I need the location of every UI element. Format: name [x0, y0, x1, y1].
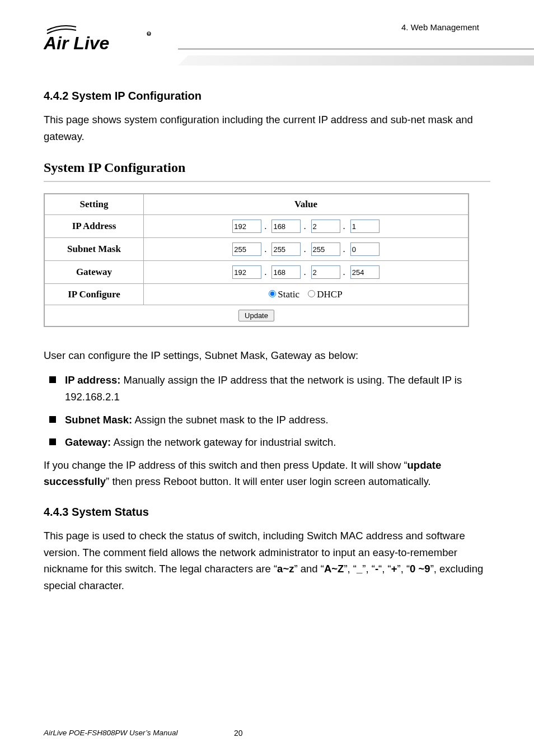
svg-text:R: R [147, 32, 151, 37]
gateway-octet-1[interactable] [232, 265, 261, 279]
row-label-gateway: Gateway [44, 261, 144, 284]
ip-config-table: Setting Value IP Address . . . Subnet Ma… [44, 193, 469, 327]
note-pre: If you change the IP address of this swi… [44, 459, 407, 471]
status-m2: ”, “ [344, 563, 357, 575]
header-breadcrumb: 4. Web Management [401, 22, 479, 32]
ip-octet-4[interactable] [350, 220, 380, 233]
radio-dhcp[interactable] [308, 290, 315, 297]
ip-configure-cell: Static DHCP [144, 284, 469, 305]
section-heading-ip-config: 4.4.2 System IP Configuration [44, 90, 490, 102]
bullet-ip-bold: IP address: [65, 374, 120, 386]
subnet-octet-4[interactable] [350, 242, 380, 256]
bullet-ip: IP address: Manually assign the IP addre… [49, 372, 490, 406]
subnet-octet-2[interactable] [271, 242, 301, 256]
bullet-subnet: Subnet Mask: Assign the subnet mask to t… [49, 412, 490, 429]
row-label-subnet: Subnet Mask [44, 238, 144, 261]
subnet-octet-3[interactable] [311, 242, 340, 256]
status-m1: ” and “ [294, 563, 324, 575]
ip-octet-3[interactable] [311, 220, 340, 233]
section-heading-status: 4.4.3 System Status [44, 506, 490, 519]
footer-page-number: 20 [234, 729, 243, 738]
bullet-gateway-bold: Gateway: [65, 436, 111, 448]
ip-octet-2[interactable] [271, 220, 301, 233]
subnet-mask-cell: . . . [144, 238, 469, 261]
gateway-cell: . . . [144, 261, 469, 284]
config-lead: User can configure the IP settings, Subn… [44, 347, 490, 364]
section-intro: This page shows system configuration inc… [44, 111, 490, 144]
figure-divider [44, 181, 490, 182]
status-b1: a~z [277, 563, 294, 575]
status-b6: 0 ~9 [410, 563, 430, 575]
radio-static-label: Static [278, 289, 299, 300]
gateway-octet-3[interactable] [311, 265, 340, 279]
col-header-value: Value [144, 194, 469, 215]
bullet-subnet-bold: Subnet Mask: [65, 414, 132, 426]
gateway-octet-2[interactable] [271, 265, 301, 279]
radio-static[interactable] [269, 290, 276, 297]
bullet-gateway: Gateway: Assign the network gateway for … [49, 434, 490, 451]
footer-manual-title: AirLive POE-FSH808PW User’s Manual [44, 729, 178, 737]
ip-octet-1[interactable] [232, 220, 261, 233]
bullet-subnet-text: Assign the subnet mask to the IP address… [132, 414, 328, 426]
svg-text:Air Live: Air Live [44, 33, 109, 53]
status-b5: + [391, 563, 397, 575]
status-paragraph: This page is used to check the status of… [44, 528, 490, 594]
bullet-ip-text: Manually assign the IP address that the … [65, 374, 462, 403]
gateway-octet-4[interactable] [350, 265, 380, 279]
brand-logo: Air Live R [44, 21, 156, 55]
ip-address-cell: . . . [144, 215, 469, 238]
row-label-ipconfigure: IP Configure [44, 284, 144, 305]
bullet-list: IP address: Manually assign the IP addre… [44, 372, 490, 451]
bullet-gateway-text: Assign the network gateway for industria… [111, 436, 336, 448]
status-b3: _ [357, 563, 362, 575]
figure-title: System IP Configuration [44, 160, 490, 175]
status-m4: “, “ [378, 563, 391, 575]
row-label-ip: IP Address [44, 215, 144, 238]
note-post: ” then press Reboot button. It will ente… [106, 475, 431, 487]
status-m5: ”, “ [397, 563, 410, 575]
update-row: Update [44, 305, 469, 327]
status-m3: ”, “ [362, 563, 375, 575]
radio-dhcp-label: DHCP [317, 289, 342, 300]
subnet-octet-1[interactable] [232, 242, 261, 256]
update-button[interactable]: Update [238, 310, 274, 321]
status-b2: A~Z [324, 563, 344, 575]
update-note: If you change the IP address of this swi… [44, 457, 490, 490]
col-header-setting: Setting [44, 194, 144, 215]
